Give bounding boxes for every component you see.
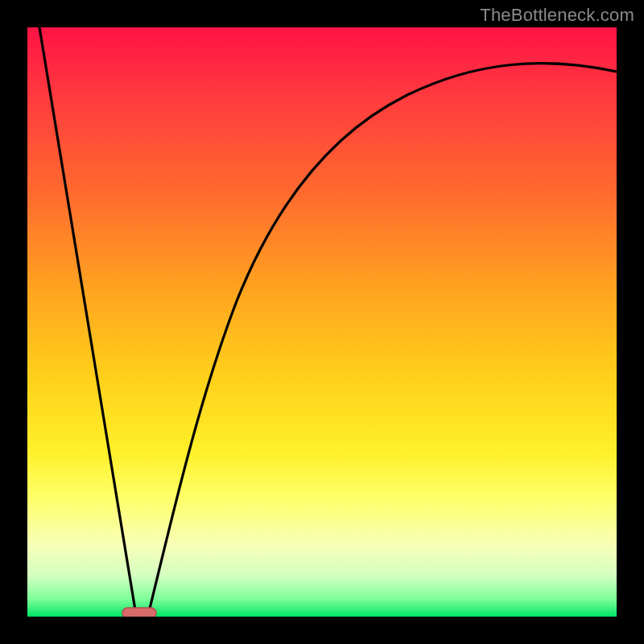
chart-frame: TheBottleneck.com xyxy=(0,0,644,644)
curve-left-branch xyxy=(39,27,136,615)
plot-area xyxy=(27,27,617,617)
chart-svg xyxy=(27,27,617,617)
watermark-text: TheBottleneck.com xyxy=(480,5,634,26)
curve-right-branch xyxy=(148,64,617,615)
minimum-marker xyxy=(122,608,156,617)
